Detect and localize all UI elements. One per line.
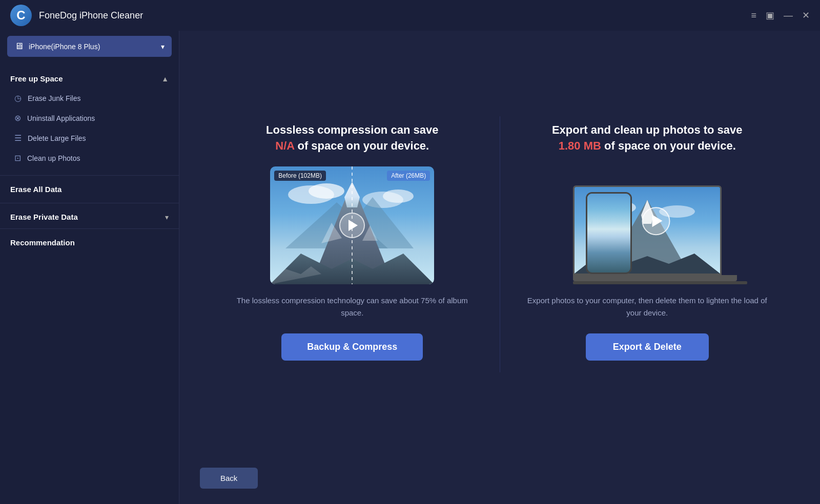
compression-image: Before (102MB) After (26MB) <box>270 166 434 284</box>
erase-private-data-title: Erase Private Data <box>10 213 78 221</box>
clock-icon: ◷ <box>14 93 22 103</box>
close-icon[interactable]: ✕ <box>802 10 810 21</box>
export-description: Export photos to your computer, then del… <box>526 295 769 319</box>
recommendation-title: Recommendation <box>10 238 75 247</box>
divider-3 <box>0 228 179 229</box>
erase-all-data-title: Erase All Data <box>10 185 61 194</box>
compression-card: Lossless compression can save N/A of spa… <box>210 112 495 376</box>
titlebar-left: C FoneDog iPhone Cleaner <box>10 5 143 26</box>
content-main: Lossless compression can save N/A of spa… <box>179 31 820 457</box>
laptop-base <box>573 275 737 281</box>
free-up-space-title: Free up Space <box>10 74 63 83</box>
compression-highlight: N/A <box>275 139 294 152</box>
app-logo: C <box>10 5 32 26</box>
svg-point-4 <box>383 190 414 203</box>
minimize-icon[interactable]: — <box>784 10 793 21</box>
recommendation-header[interactable]: Recommendation <box>0 231 179 254</box>
erase-all-data-header[interactable]: Erase All Data <box>0 178 179 201</box>
list-icon: ☰ <box>14 133 22 143</box>
divider-1 <box>0 175 179 176</box>
badge-before: Before (102MB) <box>274 171 326 181</box>
export-device-image <box>560 166 734 284</box>
content-footer: Back <box>179 457 820 504</box>
app-title: FoneDog iPhone Cleaner <box>39 10 143 21</box>
person-icon: ⊗ <box>14 113 21 123</box>
phone <box>586 192 632 274</box>
back-button[interactable]: Back <box>200 468 258 489</box>
sidebar: 🖥 iPhone(iPhone 8 Plus) ▾ Free up Space … <box>0 31 179 504</box>
play-button-compression[interactable] <box>339 213 365 238</box>
divider-2 <box>0 203 179 203</box>
svg-point-2 <box>309 183 344 199</box>
laptop-foot <box>573 281 747 284</box>
sidebar-item-clean-photos[interactable]: ⊡ Clean up Photos <box>0 148 179 168</box>
photo-icon: ⊡ <box>14 153 21 163</box>
erase-junk-label: Erase Junk Files <box>28 94 80 102</box>
compression-headline: Lossless compression can save N/A of spa… <box>266 122 438 154</box>
erase-private-data-arrow: ▾ <box>165 213 169 221</box>
main-layout: 🖥 iPhone(iPhone 8 Plus) ▾ Free up Space … <box>0 31 820 504</box>
device-chevron-icon: ▾ <box>161 43 165 51</box>
free-up-space-arrow: ▲ <box>161 75 169 83</box>
phone-screen <box>587 194 630 272</box>
cards-divider <box>500 116 500 372</box>
export-delete-button[interactable]: Export & Delete <box>586 333 709 361</box>
badge-after: After (26MB) <box>387 171 430 181</box>
sidebar-item-erase-junk[interactable]: ◷ Erase Junk Files <box>0 88 179 108</box>
content-area: Lossless compression can save N/A of spa… <box>179 31 820 504</box>
sidebar-item-delete-large[interactable]: ☰ Delete Large Files <box>0 128 179 148</box>
free-up-space-header[interactable]: Free up Space ▲ <box>0 67 179 88</box>
device-phone-icon: 🖥 <box>14 41 24 52</box>
device-name: iPhone(iPhone 8 Plus) <box>29 43 100 51</box>
titlebar: C FoneDog iPhone Cleaner ≡ ▣ — ✕ <box>0 0 820 31</box>
erase-private-data-header[interactable]: Erase Private Data ▾ <box>0 205 179 226</box>
delete-large-label: Delete Large Files <box>28 134 86 142</box>
export-headline: Export and clean up photos to save 1.80 … <box>552 122 743 154</box>
sidebar-section-free-up-space: Free up Space ▲ ◷ Erase Junk Files ⊗ Uni… <box>0 67 179 173</box>
export-highlight: 1.80 MB <box>559 139 601 152</box>
compression-description: The lossless compression technology can … <box>231 295 474 319</box>
chat-icon[interactable]: ▣ <box>766 10 774 21</box>
clean-photos-label: Clean up Photos <box>27 154 80 162</box>
device-selector[interactable]: 🖥 iPhone(iPhone 8 Plus) ▾ <box>7 36 172 57</box>
play-button-export[interactable] <box>642 207 670 235</box>
uninstall-apps-label: Uninstall Applications <box>27 114 95 122</box>
export-card: Export and clean up photos to save 1.80 … <box>505 112 790 376</box>
titlebar-controls: ≡ ▣ — ✕ <box>751 10 810 21</box>
backup-compress-button[interactable]: Backup & Compress <box>281 333 423 361</box>
sidebar-item-uninstall-apps[interactable]: ⊗ Uninstall Applications <box>0 108 179 128</box>
menu-icon[interactable]: ≡ <box>751 10 756 21</box>
